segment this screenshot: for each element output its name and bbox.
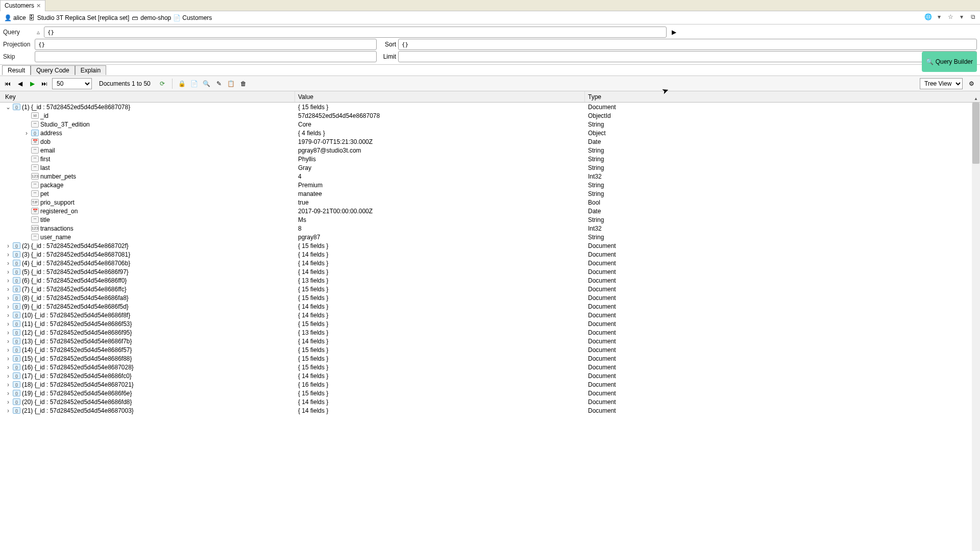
refresh-button[interactable]: ⟳ [158, 79, 167, 88]
table-row[interactable]: ›{}(8) {_id : 57d28452ed5d4d54e8686fa8}{… [0, 293, 980, 302]
sort-input[interactable] [398, 39, 977, 50]
tab-query-code[interactable]: Query Code [31, 65, 75, 75]
tab-explain[interactable]: Explain [75, 65, 106, 75]
page-size-select[interactable]: 50 [52, 78, 92, 89]
table-row[interactable]: ""lastGrayString [0, 163, 980, 172]
chevron-right-icon[interactable]: › [5, 373, 11, 379]
run-button[interactable]: ▶ [669, 27, 679, 37]
table-row[interactable]: ›{}(9) {_id : 57d28452ed5d4d54e8686f5d}{… [0, 302, 980, 311]
collapse-icon[interactable]: ▵ [35, 29, 42, 36]
breadcrumb-collection[interactable]: Customers [182, 14, 212, 21]
chevron-right-icon[interactable]: › [5, 330, 11, 336]
chevron-right-icon[interactable]: › [5, 399, 11, 405]
popout-icon[interactable]: ⧉ [969, 13, 977, 21]
breadcrumb-connection[interactable]: Studio 3T Replica Set [replica set] [37, 14, 130, 21]
chevron-down-icon[interactable]: ⌄ [5, 104, 11, 110]
chevron-right-icon[interactable]: › [5, 408, 11, 414]
table-row[interactable]: ›{}(19) {_id : 57d28452ed5d4d54e8686f6e}… [0, 389, 980, 397]
delete-doc-icon[interactable]: 🗑 [239, 79, 248, 88]
table-row[interactable]: ›{}(21) {_id : 57d28452ed5d4d54e8687003}… [0, 406, 980, 415]
view-mode-select[interactable]: Tree View [920, 78, 963, 89]
table-row[interactable]: ›{}(17) {_id : 57d28452ed5d4d54e8686fc0}… [0, 371, 980, 380]
prev-page-button[interactable]: ◀ [15, 79, 24, 88]
table-row[interactable]: ›{}(12) {_id : 57d28452ed5d4d54e8686f95}… [0, 328, 980, 337]
table-row[interactable]: ⌄{}(1) {_id : 57d28452ed5d4d54e8687078}{… [0, 103, 980, 111]
chevron-right-icon[interactable]: › [5, 364, 11, 370]
dropdown-icon[interactable]: ▾ [958, 13, 966, 21]
last-page-button[interactable]: ⏭ [40, 79, 49, 88]
table-row[interactable]: ""titleMsString [0, 215, 980, 224]
star-icon[interactable]: ☆ [946, 13, 954, 21]
chevron-right-icon[interactable]: › [5, 295, 11, 301]
chevron-right-icon[interactable]: › [5, 312, 11, 318]
table-row[interactable]: 📅registered_on2017-09-21T00:00:00.000ZDa… [0, 207, 980, 215]
chevron-right-icon[interactable]: › [23, 130, 30, 136]
chevron-right-icon[interactable]: › [5, 304, 11, 310]
lock-icon[interactable]: 🔒 [178, 79, 187, 88]
chevron-right-icon[interactable]: › [5, 356, 11, 362]
chevron-right-icon[interactable]: › [5, 286, 11, 292]
table-row[interactable]: 123transactions8Int32 [0, 224, 980, 233]
table-row[interactable]: ›{}(7) {_id : 57d28452ed5d4d54e8686ffc}{… [0, 285, 980, 293]
dropdown-icon[interactable]: ▾ [935, 13, 943, 21]
table-row[interactable]: ›{}(3) {_id : 57d28452ed5d4d54e8687081}{… [0, 250, 980, 259]
query-builder-button[interactable]: 🔍 Query Builder [922, 52, 977, 72]
edit-doc-icon[interactable]: ✎ [214, 79, 224, 88]
chevron-right-icon[interactable]: › [5, 260, 11, 266]
chevron-right-icon[interactable]: › [5, 390, 11, 396]
chevron-right-icon[interactable]: › [5, 278, 11, 284]
table-row[interactable]: ›{}(2) {_id : 57d28452ed5d4d54e868702f}{… [0, 241, 980, 250]
table-row[interactable]: 123number_pets4Int32 [0, 172, 980, 181]
view-doc-icon[interactable]: 🔍 [202, 79, 211, 88]
first-page-button[interactable]: ⏮ [3, 79, 12, 88]
chevron-right-icon[interactable]: › [5, 382, 11, 388]
copy-doc-icon[interactable]: 📋 [227, 79, 236, 88]
table-row[interactable]: ""Studio_3T_editionCoreString [0, 120, 980, 129]
table-row[interactable]: ›{}(16) {_id : 57d28452ed5d4d54e8687028}… [0, 363, 980, 371]
table-row[interactable]: ›{}(5) {_id : 57d28452ed5d4d54e8686f97}{… [0, 267, 980, 276]
tab-customers[interactable]: Customers ✕ [0, 0, 45, 11]
table-row[interactable]: ›{}(20) {_id : 57d28452ed5d4d54e8686fd8}… [0, 397, 980, 406]
table-row[interactable]: ›{}(10) {_id : 57d28452ed5d4d54e8686f8f}… [0, 311, 980, 319]
globe-icon[interactable]: 🌐 [924, 13, 932, 21]
chevron-right-icon[interactable]: › [5, 347, 11, 353]
column-header-key[interactable]: Key [0, 91, 295, 102]
close-icon[interactable]: ✕ [36, 3, 41, 9]
tab-result[interactable]: Result [2, 65, 31, 75]
next-page-button[interactable]: ▶ [28, 79, 37, 88]
table-row[interactable]: ""emailpgray87@studio3t.comString [0, 146, 980, 155]
skip-input[interactable] [35, 51, 377, 62]
breadcrumb-database[interactable]: demo-shop [140, 14, 171, 21]
table-row[interactable]: 📅dob1979-07-07T15:21:30.000ZDate [0, 137, 980, 146]
breadcrumb-user[interactable]: alice [13, 14, 26, 21]
scroll-up-icon[interactable]: ▲ [972, 94, 980, 103]
table-row[interactable]: T/Fprio_supporttrueBool [0, 198, 980, 207]
chevron-right-icon[interactable]: › [5, 252, 11, 258]
scrollbar[interactable]: ▲ [972, 103, 980, 551]
table-row[interactable]: ›{}(13) {_id : 57d28452ed5d4d54e8686f7b}… [0, 337, 980, 345]
table-row[interactable]: ›{}(11) {_id : 57d28452ed5d4d54e8686f53}… [0, 319, 980, 328]
add-doc-icon[interactable]: 📄 [190, 79, 199, 88]
column-header-type[interactable]: Type [585, 91, 980, 102]
table-row[interactable]: ›{}address{ 4 fields }Object [0, 129, 980, 137]
table-row[interactable]: ›{}(15) {_id : 57d28452ed5d4d54e8686f88}… [0, 354, 980, 363]
table-row[interactable]: id_id57d28452ed5d4d54e8687078ObjectId [0, 111, 980, 120]
gear-icon[interactable]: ⚙ [967, 79, 976, 88]
table-row[interactable]: ›{}(18) {_id : 57d28452ed5d4d54e8687021}… [0, 380, 980, 389]
table-row[interactable]: ""user_namepgray87String [0, 233, 980, 241]
table-row[interactable]: ›{}(4) {_id : 57d28452ed5d4d54e868706b}{… [0, 259, 980, 267]
chevron-right-icon[interactable]: › [5, 338, 11, 344]
query-input[interactable] [44, 27, 667, 38]
projection-input[interactable] [35, 39, 377, 50]
chevron-right-icon[interactable]: › [5, 321, 11, 327]
table-row[interactable]: ›{}(6) {_id : 57d28452ed5d4d54e8686ff0}{… [0, 276, 980, 285]
chevron-right-icon[interactable]: › [5, 243, 11, 249]
chevron-right-icon[interactable]: › [5, 269, 11, 275]
table-row[interactable]: ""firstPhyllisString [0, 155, 980, 163]
limit-input[interactable] [398, 51, 977, 62]
column-header-value[interactable]: Value [295, 91, 585, 102]
scrollbar-thumb[interactable] [972, 103, 979, 164]
table-row[interactable]: ›{}(14) {_id : 57d28452ed5d4d54e8686f57}… [0, 345, 980, 354]
table-row[interactable]: ""packagePremiumString [0, 181, 980, 189]
table-row[interactable]: ""petmanateeString [0, 189, 980, 198]
